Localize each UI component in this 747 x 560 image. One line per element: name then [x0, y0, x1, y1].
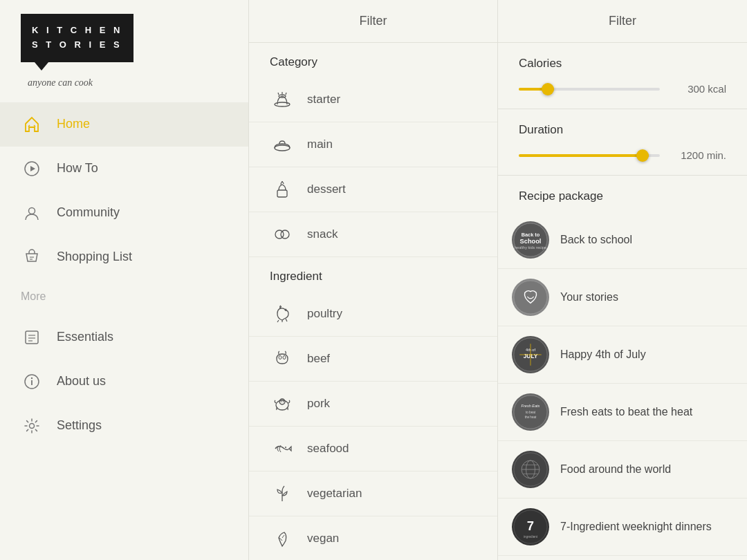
logo-line1: K I T C H E N: [32, 24, 122, 38]
shopping-icon: [21, 246, 43, 268]
duration-slider-fill: [519, 154, 649, 157]
community-icon: [21, 202, 43, 224]
logo-area: K I T C H E N S T O R I E S anyone can c…: [0, 0, 248, 95]
recipe-fresh-eats[interactable]: Fresh Eats to beat the heat Fresh eats t…: [498, 384, 747, 441]
home-icon: [21, 113, 43, 136]
filter-starter[interactable]: starter: [249, 77, 497, 122]
filter-vegetarian[interactable]: vegetarian: [249, 472, 497, 516]
more-nav-items: Essentials About us Settings: [0, 315, 248, 448]
snack-label: snack: [307, 227, 338, 241]
svg-line-0: [28, 125, 30, 127]
about-icon: [21, 371, 43, 393]
nav-items: Home How To Community: [0, 102, 248, 279]
svg-text:ingredient: ingredient: [524, 535, 538, 539]
vegetarian-icon: [270, 481, 295, 506]
svg-point-15: [275, 102, 290, 106]
recipe-package-title: Recipe package: [498, 183, 747, 212]
filter-vegan[interactable]: vegan: [249, 516, 497, 560]
svg-point-28: [276, 400, 288, 410]
sidebar-item-shopping[interactable]: Shopping List: [0, 235, 248, 279]
more-label: More: [0, 279, 248, 308]
food-world-badge: [512, 451, 549, 488]
calories-slider-fill: [519, 88, 554, 91]
duration-slider-thumb[interactable]: [636, 149, 649, 162]
sidebar-item-essentials[interactable]: Essentials: [0, 315, 248, 360]
tagline: anyone can cook: [28, 77, 93, 88]
svg-point-22: [282, 181, 283, 183]
calories-slider-track: [519, 88, 660, 91]
vegetarian-label: vegetarian: [307, 487, 362, 501]
filter-poultry[interactable]: poultry: [249, 292, 497, 337]
svg-point-4: [29, 207, 35, 214]
svg-point-38: [514, 281, 547, 314]
svg-text:7: 7: [527, 519, 534, 533]
filter-snack[interactable]: snack: [249, 212, 497, 257]
sidebar-item-about[interactable]: About us: [0, 360, 248, 404]
sidebar-item-home[interactable]: Home: [0, 102, 248, 147]
settings-label: Settings: [57, 418, 102, 433]
recipe-food-world[interactable]: Food around the world: [498, 441, 747, 498]
svg-marker-3: [30, 166, 35, 171]
sidebar-item-howto[interactable]: How To: [0, 147, 248, 191]
dessert-label: dessert: [307, 183, 346, 196]
main-icon: [270, 132, 295, 157]
weeknight-badge: 7 ingredient: [512, 508, 549, 545]
svg-line-17: [278, 93, 279, 95]
recipe-fourth-july[interactable]: 4th of JULY Happy 4th of July: [498, 326, 747, 384]
vegan-icon: [270, 526, 295, 551]
svg-text:the heat: the heat: [525, 416, 537, 419]
recipe-weeknight[interactable]: 7 ingredient 7-Ingredient weeknight dinn…: [498, 498, 747, 556]
filter-dessert[interactable]: dessert: [249, 167, 497, 212]
play-icon: [21, 158, 43, 180]
back-to-school-label: Back to school: [560, 233, 632, 248]
svg-text:healthy kids recipe: healthy kids recipe: [515, 245, 546, 250]
essentials-icon: [21, 326, 43, 348]
svg-text:School: School: [520, 238, 542, 245]
pork-icon: [270, 391, 295, 416]
fourth-july-badge: 4th of JULY: [512, 336, 549, 373]
starter-label: starter: [307, 93, 340, 106]
fourth-july-label: Happy 4th of July: [560, 348, 646, 362]
svg-point-26: [279, 356, 282, 360]
shopping-label: Shopping List: [57, 250, 132, 264]
snack-icon: [270, 222, 295, 247]
sidebar: K I T C H E N S T O R I E S anyone can c…: [0, 0, 249, 560]
dessert-icon: [270, 177, 295, 202]
main-label: main: [307, 138, 333, 151]
beef-label: beef: [307, 352, 330, 366]
svg-point-20: [275, 145, 290, 151]
middle-panel: Filter Category starter main: [249, 0, 498, 560]
svg-point-31: [283, 401, 284, 402]
seafood-icon: [270, 436, 295, 461]
svg-line-19: [286, 93, 286, 95]
svg-point-32: [285, 447, 286, 448]
vegan-label: vegan: [307, 532, 339, 545]
svg-point-29: [279, 399, 285, 404]
duration-title: Duration: [519, 123, 726, 137]
logo-box: K I T C H E N S T O R I E S: [21, 14, 133, 62]
svg-point-25: [285, 309, 287, 311]
svg-rect-21: [277, 190, 287, 197]
pork-label: pork: [307, 397, 330, 411]
filter-beef[interactable]: beef: [249, 337, 497, 382]
filter-main[interactable]: main: [249, 122, 497, 167]
middle-filter-header: Filter: [249, 0, 497, 43]
fresh-eats-label: Fresh eats to beat the heat: [560, 405, 692, 420]
calories-slider-thumb[interactable]: [542, 83, 554, 95]
sidebar-item-community[interactable]: Community: [0, 191, 248, 235]
recipe-your-stories[interactable]: Your stories: [498, 269, 747, 326]
svg-text:to beat: to beat: [526, 411, 536, 414]
filter-seafood[interactable]: seafood: [249, 427, 497, 472]
recipe-package-section: Recipe package Back to School healthy ki…: [498, 176, 747, 560]
right-panel: Filter Calories 300 kcal Duration 1200 m…: [498, 0, 747, 560]
sidebar-item-settings[interactable]: Settings: [0, 404, 248, 448]
poultry-icon: [270, 301, 295, 326]
filter-pork[interactable]: pork: [249, 382, 497, 427]
svg-line-1: [34, 125, 35, 127]
svg-point-30: [281, 401, 282, 402]
logo-line2: S T O R I E S: [32, 38, 122, 53]
recipe-back-to-school[interactable]: Back to School healthy kids recipe Back …: [498, 212, 747, 269]
svg-point-13: [31, 377, 33, 378]
svg-text:Fresh Eats: Fresh Eats: [522, 404, 540, 408]
fresh-eats-badge: Fresh Eats to beat the heat: [512, 393, 549, 431]
